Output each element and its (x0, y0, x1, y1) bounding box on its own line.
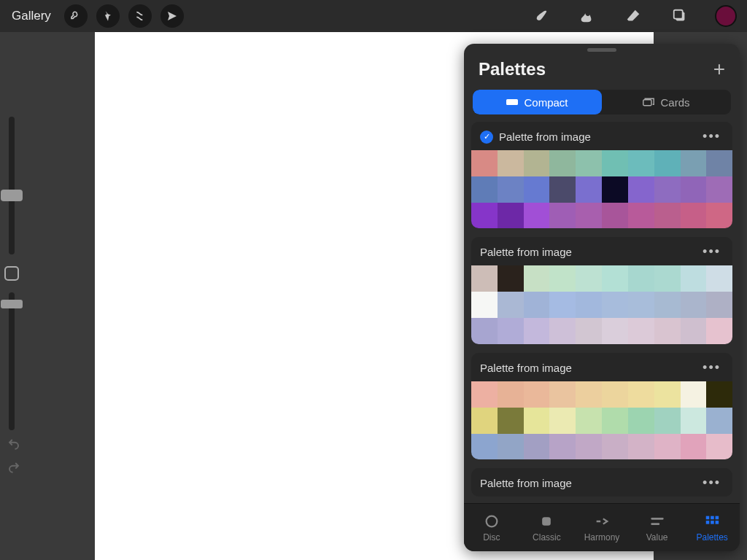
color-swatch[interactable] (681, 203, 707, 229)
palette-name[interactable]: Palette from image (480, 246, 694, 258)
color-swatch[interactable] (681, 150, 707, 176)
eraser-icon[interactable] (622, 4, 645, 28)
color-swatch[interactable] (549, 150, 576, 176)
add-palette-button[interactable]: + (713, 58, 725, 81)
redo-button[interactable] (4, 458, 23, 477)
color-swatch[interactable] (498, 318, 524, 344)
color-swatch[interactable] (498, 292, 524, 318)
color-swatch[interactable] (576, 203, 602, 229)
color-swatch[interactable] (576, 318, 602, 344)
color-swatch[interactable] (498, 381, 524, 408)
color-swatch[interactable] (471, 381, 498, 408)
color-swatch[interactable] (681, 318, 707, 344)
color-swatch[interactable] (549, 434, 576, 460)
color-swatch[interactable] (549, 318, 576, 344)
color-swatch[interactable] (471, 203, 498, 229)
color-swatch[interactable] (654, 318, 681, 344)
slider-thumb[interactable] (1, 300, 23, 308)
opacity-slider[interactable] (9, 292, 15, 430)
color-swatch[interactable] (654, 176, 681, 203)
transform-icon[interactable] (160, 4, 184, 28)
undo-button[interactable] (4, 435, 23, 454)
tab-harmony[interactable]: Harmony (574, 504, 630, 551)
color-swatch[interactable] (524, 265, 550, 292)
tab-value[interactable]: Value (630, 504, 685, 551)
palette-more-button[interactable]: ••• (700, 475, 724, 491)
color-swatch[interactable] (576, 150, 602, 176)
color-swatch[interactable] (576, 408, 602, 434)
active-color-swatch[interactable] (715, 5, 737, 27)
color-swatch[interactable] (654, 434, 681, 460)
color-swatch[interactable] (628, 265, 654, 292)
color-swatch[interactable] (498, 265, 524, 292)
smudge-icon[interactable] (575, 4, 598, 28)
adjustments-icon[interactable] (96, 4, 120, 28)
color-swatch[interactable] (549, 265, 576, 292)
color-swatch[interactable] (498, 176, 524, 203)
color-swatch[interactable] (681, 434, 707, 460)
color-swatch[interactable] (628, 408, 654, 434)
color-swatch[interactable] (654, 150, 681, 176)
color-swatch[interactable] (628, 292, 654, 318)
tab-disc[interactable]: Disc (464, 504, 519, 551)
color-swatch[interactable] (654, 381, 681, 408)
color-swatch[interactable] (706, 381, 732, 408)
color-swatch[interactable] (681, 292, 707, 318)
color-swatch[interactable] (628, 318, 654, 344)
color-swatch[interactable] (602, 408, 628, 434)
color-swatch[interactable] (576, 265, 602, 292)
palette-more-button[interactable]: ••• (700, 244, 724, 260)
color-swatch[interactable] (498, 434, 524, 460)
tab-palettes[interactable]: Palettes (684, 504, 740, 551)
color-swatch[interactable] (706, 150, 732, 176)
color-swatch[interactable] (628, 203, 654, 229)
color-swatch[interactable] (681, 176, 707, 203)
layers-icon[interactable] (668, 4, 692, 28)
color-swatch[interactable] (471, 176, 498, 203)
color-swatch[interactable] (524, 292, 550, 318)
palette-name[interactable]: Palette from image (480, 477, 694, 489)
color-swatch[interactable] (471, 265, 498, 292)
color-swatch[interactable] (471, 434, 498, 460)
color-swatch[interactable] (602, 434, 628, 460)
color-swatch[interactable] (524, 318, 550, 344)
color-swatch[interactable] (549, 292, 576, 318)
color-swatch[interactable] (681, 381, 707, 408)
color-swatch[interactable] (576, 434, 602, 460)
palette-more-button[interactable]: ••• (700, 129, 724, 144)
color-swatch[interactable] (706, 408, 732, 434)
color-swatch[interactable] (628, 150, 654, 176)
actions-icon[interactable] (64, 4, 88, 28)
color-swatch[interactable] (498, 408, 524, 434)
color-swatch[interactable] (654, 203, 681, 229)
color-swatch[interactable] (602, 381, 628, 408)
color-swatch[interactable] (471, 318, 498, 344)
color-swatch[interactable] (706, 265, 732, 292)
color-swatch[interactable] (524, 203, 550, 229)
color-swatch[interactable] (706, 203, 732, 229)
color-swatch[interactable] (602, 176, 628, 203)
color-swatch[interactable] (471, 150, 498, 176)
segment-compact[interactable]: Compact (473, 90, 602, 114)
palette-name[interactable]: Palette from image (480, 362, 694, 374)
color-swatch[interactable] (549, 203, 576, 229)
color-swatch[interactable] (524, 408, 550, 434)
color-swatch[interactable] (602, 265, 628, 292)
slider-thumb[interactable] (1, 190, 23, 201)
color-swatch[interactable] (576, 292, 602, 318)
color-swatch[interactable] (602, 150, 628, 176)
color-swatch[interactable] (576, 176, 602, 203)
color-swatch[interactable] (471, 408, 498, 434)
color-swatch[interactable] (706, 434, 732, 460)
palette-list[interactable]: ✓Palette from image•••Palette from image… (464, 122, 740, 503)
color-swatch[interactable] (498, 203, 524, 229)
color-swatch[interactable] (498, 150, 524, 176)
color-swatch[interactable] (706, 176, 732, 203)
segment-cards[interactable]: Cards (602, 90, 731, 114)
color-swatch[interactable] (706, 318, 732, 344)
color-swatch[interactable] (524, 176, 550, 203)
tab-classic[interactable]: Classic (519, 504, 575, 551)
color-swatch[interactable] (524, 381, 550, 408)
color-swatch[interactable] (471, 292, 498, 318)
color-swatch[interactable] (602, 292, 628, 318)
